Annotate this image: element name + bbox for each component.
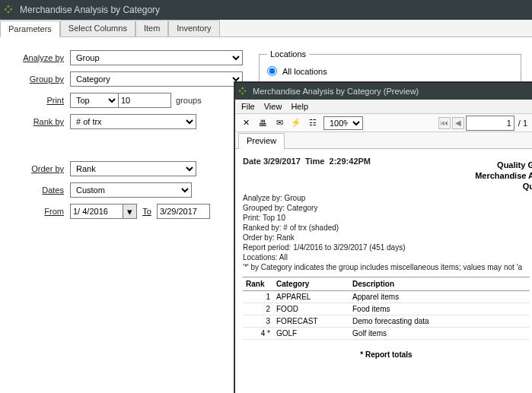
col-rank: Rank bbox=[243, 277, 273, 291]
page-number-input[interactable] bbox=[466, 116, 514, 131]
preview-tabs: Preview bbox=[235, 132, 532, 149]
all-locations-radio[interactable] bbox=[267, 66, 277, 76]
from-date-picker-button[interactable]: ▾ bbox=[123, 204, 137, 219]
tab-item[interactable]: Item bbox=[135, 20, 168, 36]
preview-page: Date 3/29/2017 Time 2:29:42PM Quality G … bbox=[235, 149, 532, 393]
print-label: Print bbox=[14, 96, 70, 105]
print-count-input[interactable] bbox=[118, 93, 171, 108]
window-title: Merchandise Analysis by Category bbox=[20, 5, 160, 15]
dates-select[interactable]: Custom bbox=[70, 182, 192, 198]
print-mode-select[interactable]: Top bbox=[70, 93, 119, 108]
export-icon[interactable]: ✉ bbox=[273, 117, 285, 129]
groups-suffix: groups bbox=[176, 96, 202, 105]
chevron-down-icon: ▾ bbox=[127, 206, 132, 217]
menu-help[interactable]: Help bbox=[291, 102, 308, 111]
zoom-select[interactable]: 100% bbox=[323, 116, 363, 130]
analyze-by-select[interactable]: Group bbox=[70, 50, 243, 65]
rank-by-label: Rank by bbox=[14, 117, 70, 126]
to-date-input[interactable] bbox=[157, 204, 210, 219]
table-row: 4 *GOLFGolf items bbox=[243, 328, 530, 340]
print-icon[interactable]: 🖶 bbox=[256, 117, 269, 129]
all-locations-label: All locations bbox=[282, 67, 327, 76]
preview-titlebar: Merchandise Analysis by Category (Previe… bbox=[235, 83, 532, 100]
analyze-by-label: Analyze by bbox=[14, 53, 70, 62]
col-category: Category bbox=[273, 277, 349, 291]
report-header-right: Quality G Merchandise A Qu bbox=[475, 160, 532, 192]
report-table: Rank Category Description 1APPARELAppare… bbox=[243, 277, 530, 340]
preview-tab[interactable]: Preview bbox=[238, 133, 285, 149]
first-page-button[interactable]: ⏮ bbox=[438, 117, 451, 129]
report-params: Analyze by: Group Grouped by: Category P… bbox=[243, 193, 530, 272]
main-tabs: Parameters Select Columns Item Inventory bbox=[0, 20, 532, 37]
from-label: From bbox=[14, 207, 70, 216]
group-by-label: Group by bbox=[14, 74, 70, 84]
main-titlebar: Merchandise Analysis by Category bbox=[0, 0, 532, 20]
report-footer: * Report totals bbox=[243, 350, 530, 359]
preview-toolbar: ✕ 🖶 ✉ ⚡ ☷ 100% ⏮ ◀ / 1 bbox=[235, 114, 532, 132]
app-logo-icon bbox=[239, 87, 249, 97]
locations-legend: Locations bbox=[267, 49, 309, 59]
table-row: 3FORECASTDemo forecasting data bbox=[243, 315, 530, 328]
order-by-label: Order by bbox=[14, 164, 70, 173]
table-row: 1APPARELApparel items bbox=[243, 291, 530, 303]
tab-parameters[interactable]: Parameters bbox=[0, 21, 60, 37]
rank-by-select[interactable]: # of trx bbox=[70, 114, 196, 129]
table-row: 2FOODFood items bbox=[243, 303, 530, 315]
close-icon[interactable]: ✕ bbox=[240, 117, 252, 129]
order-by-select[interactable]: Rank bbox=[70, 161, 196, 176]
menu-file[interactable]: File bbox=[241, 102, 255, 111]
tree-icon[interactable]: ☷ bbox=[307, 117, 319, 129]
preview-menubar: File View Help bbox=[235, 100, 532, 114]
menu-view[interactable]: View bbox=[264, 102, 282, 111]
col-description: Description bbox=[349, 277, 530, 291]
refresh-icon[interactable]: ⚡ bbox=[290, 117, 302, 129]
to-label: To bbox=[137, 207, 157, 216]
locations-fieldset: Locations All locations bbox=[259, 49, 521, 84]
tab-select-columns[interactable]: Select Columns bbox=[60, 20, 135, 36]
preview-title: Merchandise Analysis by Category (Previe… bbox=[253, 87, 419, 96]
tab-inventory[interactable]: Inventory bbox=[168, 20, 219, 36]
page-total: / 1 bbox=[518, 119, 527, 128]
dates-label: Dates bbox=[14, 185, 70, 195]
preview-window: Merchandise Analysis by Category (Previe… bbox=[234, 82, 532, 393]
prev-page-button[interactable]: ◀ bbox=[452, 117, 464, 129]
app-logo-icon bbox=[5, 5, 15, 15]
from-date-input[interactable] bbox=[70, 204, 123, 219]
group-by-select[interactable]: Category bbox=[70, 71, 243, 87]
